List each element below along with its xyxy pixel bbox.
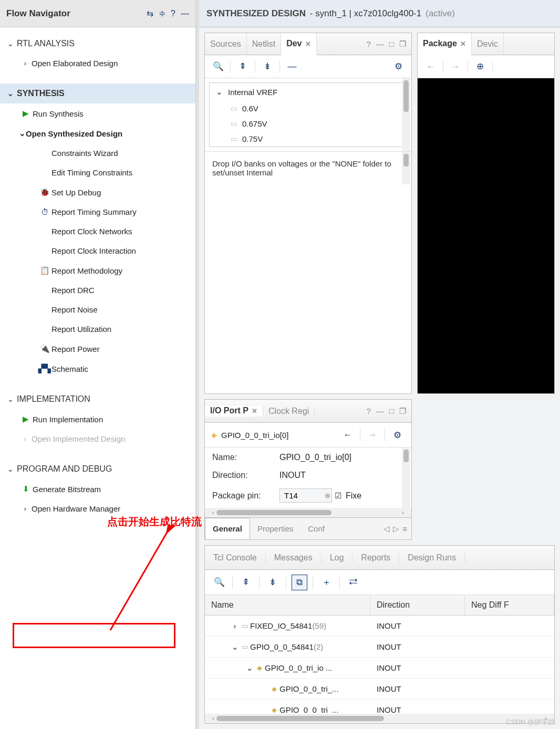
zoom-in-icon[interactable]: ⊕ bbox=[472, 59, 488, 75]
collapse-all-icon[interactable]: ⇞ bbox=[235, 59, 251, 75]
item-edit-timing-constraints[interactable]: Edit Timing Constraints bbox=[0, 163, 195, 182]
io-port-panel: I/O Port P✕ Clock Regi ? — □ ❐ ◈ GPIO_0_… bbox=[204, 399, 412, 540]
item-report-methodology[interactable]: 📋Report Methodology bbox=[0, 261, 195, 280]
table-row[interactable]: ›▭ FIXED_IO_54841 (59)INOUT bbox=[205, 616, 554, 637]
close-icon[interactable]: ✕ bbox=[460, 40, 466, 48]
minus-icon[interactable]: — bbox=[284, 59, 300, 75]
h-scrollbar[interactable]: ‹› bbox=[205, 714, 554, 723]
section-synthesis-header[interactable]: ⌄ SYNTHESIS bbox=[0, 84, 195, 103]
tab-config[interactable]: Conf bbox=[300, 518, 332, 539]
table-row[interactable]: ◈ GPIO_0_0_tri_... INOUT bbox=[205, 700, 554, 714]
col-direction[interactable]: Direction bbox=[370, 595, 465, 615]
tree-icon[interactable]: ⧉ bbox=[292, 575, 307, 590]
tab-general[interactable]: General bbox=[205, 518, 250, 539]
clear-icon[interactable]: ⊗ bbox=[325, 492, 330, 499]
next-icon[interactable]: ▷ bbox=[393, 524, 399, 534]
section-rtl-header[interactable]: ⌄ RTL ANALYSIS bbox=[0, 34, 195, 54]
item-run-synthesis[interactable]: ▶ Run Synthesis bbox=[0, 103, 195, 123]
section-impl-header[interactable]: ⌄ IMPLEMENTATION bbox=[0, 389, 195, 409]
col-neg-diff[interactable]: Neg Diff F bbox=[465, 595, 554, 615]
item-open-elaborated[interactable]: › Open Elaborated Design bbox=[0, 54, 195, 73]
item-report-utilization[interactable]: Report Utilization bbox=[0, 319, 195, 339]
expand-all-icon[interactable]: ⇟ bbox=[265, 575, 281, 590]
scrollbar[interactable] bbox=[402, 152, 410, 184]
menu-icon[interactable]: ≡ bbox=[402, 524, 407, 534]
h-scrollbar[interactable]: ‹› bbox=[205, 508, 411, 517]
close-icon[interactable]: ✕ bbox=[305, 40, 311, 48]
minimize-icon[interactable]: — bbox=[376, 39, 384, 48]
scrollbar[interactable] bbox=[402, 78, 410, 151]
item-report-drc[interactable]: Report DRC bbox=[0, 280, 195, 300]
io-direction-value: INOUT bbox=[279, 471, 306, 480]
prev-icon[interactable]: ◁ bbox=[383, 524, 390, 534]
table-row[interactable]: ⌄◈ GPIO_0_0_tri_io ... INOUT bbox=[205, 658, 554, 679]
dev-panel: Sources Netlist Dev✕ ? — □ ❐ 🔍 ⇞ ⇟ — ⚙ bbox=[204, 33, 412, 394]
item-report-clock-interaction[interactable]: Report Clock Interaction bbox=[0, 241, 195, 261]
section-pnd-header[interactable]: ⌄ PROGRAM AND DEBUG bbox=[0, 459, 195, 479]
item-set-up-debug[interactable]: 🐞Set Up Debug bbox=[0, 182, 195, 202]
table-row[interactable]: ⌄▭ GPIO_0_0_54841 (2)INOUT bbox=[205, 637, 554, 658]
item-report-clock-networks[interactable]: Report Clock Networks bbox=[0, 222, 195, 241]
back-icon[interactable]: ← bbox=[423, 59, 439, 75]
table-row[interactable]: ◈ GPIO_0_0_tri_... INOUT bbox=[205, 679, 554, 700]
tab-tcl-console[interactable]: Tcl Console bbox=[205, 553, 266, 563]
help-icon[interactable]: ? bbox=[367, 39, 371, 48]
item-open-hardware-manager[interactable]: › Open Hardware Manager bbox=[0, 499, 195, 518]
vref-item[interactable]: ▭0.75V bbox=[231, 131, 407, 147]
item-generate-bitstream[interactable]: ⬇︎ Generate Bitstream bbox=[0, 479, 195, 499]
tab-package[interactable]: Package✕ bbox=[418, 33, 472, 55]
item-schematic[interactable]: ▞▚Schematic bbox=[0, 359, 195, 379]
float-icon[interactable]: ❐ bbox=[399, 39, 406, 49]
item-report-power[interactable]: 🔌Report Power bbox=[0, 339, 195, 359]
tab-properties[interactable]: Properties bbox=[250, 518, 300, 539]
collapse-icon[interactable]: ⇆ bbox=[147, 8, 153, 18]
fixed-checkbox[interactable]: ☑ bbox=[335, 491, 341, 501]
tab-sources[interactable]: Sources bbox=[205, 33, 247, 55]
updown-icon[interactable]: ≑ bbox=[159, 8, 165, 18]
search-icon[interactable]: 🔍 bbox=[211, 575, 227, 590]
chevron-down-icon: ⌄ bbox=[19, 129, 26, 138]
tab-netlist[interactable]: Netlist bbox=[247, 33, 281, 55]
item-open-synth-design[interactable]: ⌄ Open Synthesized Design bbox=[0, 123, 195, 143]
add-icon[interactable]: ＋ bbox=[318, 575, 334, 590]
minimize-icon[interactable]: — bbox=[376, 407, 384, 415]
back-icon[interactable]: ← bbox=[340, 427, 356, 443]
item-open-implemented-design[interactable]: › Open Implemented Design bbox=[0, 429, 195, 449]
package-view[interactable] bbox=[418, 78, 554, 393]
vref-header[interactable]: ⌄ Internal VREF bbox=[210, 83, 407, 101]
forward-icon[interactable]: → bbox=[448, 59, 463, 75]
tab-device[interactable]: Devic bbox=[472, 33, 504, 55]
float-icon[interactable]: ❐ bbox=[399, 407, 406, 416]
collapse-all-icon[interactable]: ⇞ bbox=[238, 575, 254, 590]
section-synthesis: ⌄ SYNTHESIS ▶ Run Synthesis ⌄ Open Synth… bbox=[0, 84, 195, 379]
item-constraints-wizard[interactable]: Constraints Wizard bbox=[0, 143, 195, 163]
tab-reports[interactable]: Reports bbox=[352, 553, 399, 563]
gear-icon[interactable]: ⚙ bbox=[389, 427, 405, 443]
search-icon[interactable]: 🔍 bbox=[210, 59, 226, 75]
clock-icon: ⏱ bbox=[38, 207, 51, 216]
forward-icon[interactable]: → bbox=[365, 427, 380, 443]
tab-io-port[interactable]: I/O Port P✕ bbox=[205, 406, 263, 416]
tab-dev[interactable]: Dev✕ bbox=[281, 33, 316, 55]
help-icon[interactable]: ? bbox=[367, 407, 371, 415]
expand-all-icon[interactable]: ⇟ bbox=[260, 59, 275, 75]
tab-clock-regions[interactable]: Clock Regi bbox=[263, 407, 315, 416]
maximize-icon[interactable]: □ bbox=[389, 407, 394, 415]
vref-item[interactable]: ▭0.675V bbox=[231, 116, 407, 131]
export-icon[interactable]: ⮂ bbox=[345, 575, 361, 590]
maximize-icon[interactable]: □ bbox=[389, 39, 394, 48]
minimize-icon[interactable]: — bbox=[181, 9, 189, 18]
scrollbar[interactable] bbox=[402, 447, 410, 508]
close-icon[interactable]: ✕ bbox=[252, 407, 257, 415]
gear-icon[interactable]: ⚙ bbox=[390, 59, 406, 75]
tab-messages[interactable]: Messages bbox=[266, 553, 322, 563]
item-report-timing-summary[interactable]: ⏱Report Timing Summary bbox=[0, 202, 195, 222]
vref-item[interactable]: ▭0.6V bbox=[231, 101, 407, 116]
item-run-implementation[interactable]: ▶ Run Implementation bbox=[0, 409, 195, 429]
item-report-noise[interactable]: Report Noise bbox=[0, 300, 195, 319]
tab-design-runs[interactable]: Design Runs bbox=[399, 553, 465, 563]
package-pin-input[interactable] bbox=[279, 488, 332, 503]
col-name[interactable]: Name bbox=[205, 595, 370, 615]
help-icon[interactable]: ? bbox=[171, 9, 175, 18]
tab-log[interactable]: Log bbox=[322, 553, 353, 563]
